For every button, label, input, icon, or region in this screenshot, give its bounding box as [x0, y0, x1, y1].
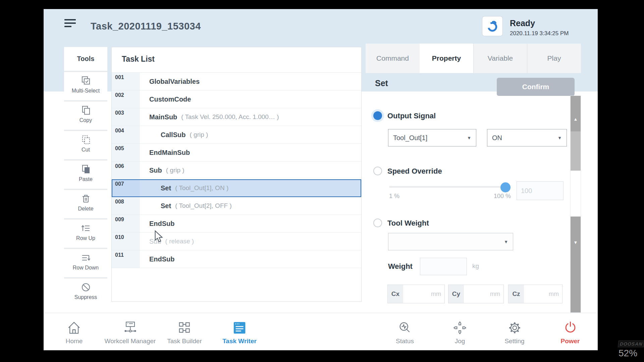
task-row-004[interactable]: 004 CallSub( grip ): [112, 126, 361, 144]
command-name: Set: [161, 202, 171, 210]
tool-weight-dropdown[interactable]: ▼: [388, 233, 513, 250]
task-row-011[interactable]: 011 EndSub: [112, 250, 361, 268]
home-icon: [66, 320, 82, 336]
app-window: Task_20201119_153034 Ready 2020.11.19 3:…: [44, 9, 598, 350]
weight-unit: kg: [472, 262, 479, 270]
weight-label: Weight: [388, 262, 413, 271]
scrollbar-up-button[interactable]: ▲: [571, 96, 581, 131]
row-number: 002: [112, 90, 140, 108]
row-number: 004: [112, 126, 140, 143]
mouse-cursor: [154, 230, 163, 243]
tab-variable[interactable]: Variable: [473, 44, 527, 73]
task-title: Task_20201119_153034: [91, 21, 201, 32]
row-down-icon: [80, 252, 92, 264]
cy-input[interactable]: Cy mm: [448, 285, 504, 303]
cz-input[interactable]: Cz mm: [508, 285, 562, 303]
suppress-button[interactable]: Suppress: [64, 279, 107, 307]
chevron-down-icon: ▼: [557, 135, 562, 140]
task-row-009[interactable]: 009 EndSub: [112, 215, 361, 233]
speed-slider-thumb[interactable]: [500, 182, 511, 192]
suppress-icon: [80, 282, 92, 294]
command-name: GlobalVariables: [149, 78, 200, 85]
task-row-007-selected[interactable]: 007 Set( Tool_Out[1], ON ): [112, 179, 361, 197]
nav-power[interactable]: Power: [560, 320, 580, 345]
command-name: EndMainSub: [149, 149, 190, 157]
cz-unit: mm: [524, 285, 562, 303]
command-args: ( Tool_Out[2], OFF ): [175, 202, 232, 209]
command-name: Set: [161, 184, 171, 192]
nav-home[interactable]: Home: [66, 320, 83, 345]
tool-weight-label: Tool Weight: [387, 219, 429, 228]
nav-setting[interactable]: Setting: [504, 320, 524, 345]
nav-task-builder[interactable]: Task Writer Task Builder: [167, 320, 202, 345]
status-icon: [397, 320, 413, 336]
multi-select-button[interactable]: Multi-Select: [64, 72, 107, 100]
nav-jog[interactable]: Jog: [452, 320, 468, 345]
command-name: EndSub: [149, 255, 175, 263]
task-row-008[interactable]: 008 Set( Tool_Out[2], OFF ): [112, 197, 361, 215]
task-row-005[interactable]: 005 EndMainSub: [112, 144, 361, 162]
command-name: Sub: [149, 167, 162, 174]
scrollbar-down-button[interactable]: ▼: [571, 217, 581, 312]
timestamp: 2020.11.19 3:34:25 PM: [510, 30, 569, 37]
cut-icon: [80, 134, 92, 146]
confirm-button[interactable]: Confirm: [497, 78, 575, 96]
cx-input[interactable]: Cx mm: [387, 285, 445, 303]
row-number: 007: [112, 179, 140, 197]
cx-unit: mm: [403, 285, 444, 303]
multi-select-icon: [80, 75, 92, 87]
delete-icon: [80, 193, 92, 205]
command-args: ( Tool_Out[1], ON ): [175, 184, 228, 192]
nav-task-writer[interactable]: Task Writer: [222, 320, 257, 345]
output-port-dropdown[interactable]: Tool_Out[1] ▼: [388, 129, 476, 146]
jog-icon: [452, 320, 468, 336]
property-scrollbar[interactable]: ▲ ▼: [570, 96, 581, 313]
task-list: 001 GlobalVariables 002 CustomCode 003 M…: [112, 72, 361, 268]
cy-unit: mm: [464, 285, 503, 303]
command-args: ( grip ): [190, 131, 208, 138]
weight-input[interactable]: [420, 258, 467, 275]
speed-slider-track[interactable]: [389, 186, 511, 188]
tab-play[interactable]: Play: [527, 44, 581, 73]
output-value-dropdown[interactable]: ON ▼: [487, 129, 567, 146]
row-up-button[interactable]: Row Up: [64, 220, 107, 248]
tab-command[interactable]: Command: [366, 44, 420, 73]
command-args: ( grip ): [166, 167, 184, 174]
power-icon: [562, 320, 578, 336]
task-row-002[interactable]: 002 CustomCode: [112, 90, 361, 108]
scrollbar-thumb[interactable]: [571, 131, 581, 171]
command-name: EndSub: [149, 220, 175, 228]
chevron-down-icon: ▼: [504, 239, 508, 244]
task-row-006[interactable]: 006 Sub( grip ): [112, 162, 361, 179]
paste-icon: [80, 164, 92, 176]
speed-override-radio[interactable]: [373, 167, 382, 175]
row-down-button[interactable]: Row Down: [64, 249, 107, 277]
robot-status-button[interactable]: [482, 16, 503, 36]
speed-value-input[interactable]: 100: [517, 181, 564, 200]
output-signal-label: Output Signal: [387, 112, 436, 120]
task-list-panel: Task List 001 GlobalVariables 002 Custom…: [111, 47, 362, 302]
watermark-percent: 52%: [619, 348, 637, 359]
row-number: 006: [112, 162, 140, 179]
cut-button[interactable]: Cut: [64, 131, 107, 159]
nav-workcell-manager[interactable]: Workcell Manager: [105, 320, 156, 345]
doosan-logo: DOOSAN: [618, 341, 644, 347]
row-number: 010: [112, 233, 140, 250]
tool-weight-radio[interactable]: [373, 219, 382, 227]
task-row-010[interactable]: 010 Sub( release ): [112, 233, 361, 250]
task-row-003[interactable]: 003 MainSub( Task Vel. 250.000, Acc. 1.0…: [112, 108, 361, 126]
task-row-001[interactable]: 001 GlobalVariables: [112, 73, 361, 90]
copy-button[interactable]: Copy: [64, 102, 107, 130]
task-list-title: Task List: [122, 55, 155, 64]
cz-label: Cz: [508, 285, 524, 303]
robot-gripper-icon: [486, 20, 499, 33]
tab-property[interactable]: Property: [420, 44, 473, 73]
output-signal-radio[interactable]: [373, 111, 382, 120]
command-name: CustomCode: [149, 96, 191, 103]
nav-status[interactable]: Status: [396, 320, 414, 345]
menu-hamburger-icon[interactable]: [64, 19, 76, 31]
delete-button[interactable]: Delete: [64, 190, 107, 218]
paste-button[interactable]: Paste: [64, 161, 107, 189]
row-number: 008: [112, 197, 140, 215]
task-writer-icon: [232, 320, 247, 336]
